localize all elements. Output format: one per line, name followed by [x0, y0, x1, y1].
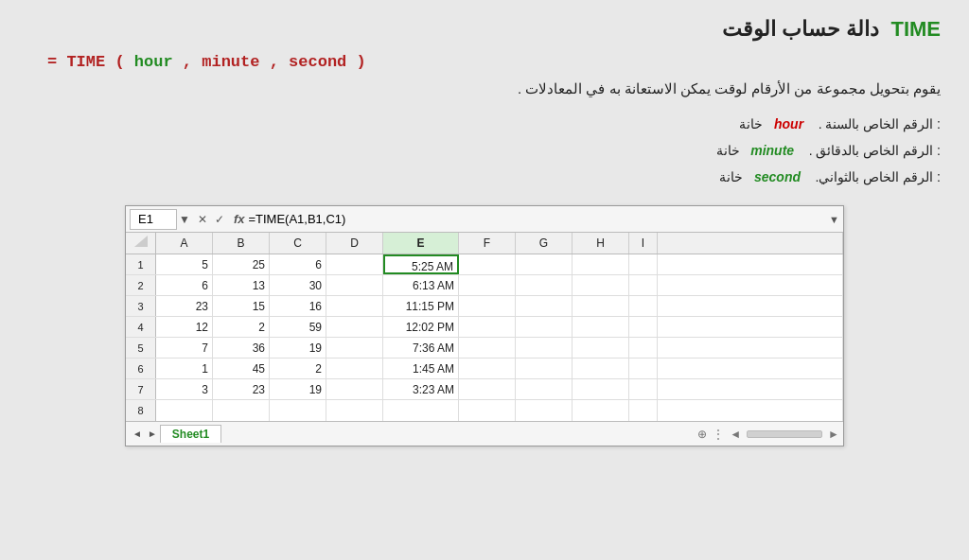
col-header-a[interactable]: A	[156, 233, 213, 254]
dropdown-icon[interactable]: ▼	[177, 213, 192, 226]
horizontal-scrollbar[interactable]	[747, 430, 822, 438]
cell-a4[interactable]: 12	[156, 317, 213, 337]
cell-h5[interactable]	[573, 338, 629, 358]
scroll-left-icon[interactable]: ◄	[730, 428, 741, 441]
nav-next-btn[interactable]: ►	[145, 429, 160, 439]
cell-h4[interactable]	[573, 317, 629, 337]
cell-a1[interactable]: 5	[156, 254, 213, 274]
cell-e2[interactable]: 6:13 AM	[383, 275, 459, 295]
cell-c1[interactable]: 6	[270, 254, 326, 274]
col-header-h[interactable]: H	[573, 233, 629, 254]
formula-input[interactable]	[248, 212, 825, 226]
cell-c2[interactable]: 30	[270, 275, 326, 295]
cell-h6[interactable]	[573, 359, 629, 378]
col-header-e[interactable]: E	[383, 233, 459, 254]
cell-i1[interactable]	[629, 254, 658, 274]
cell-h7[interactable]	[573, 379, 629, 399]
scroll-right-icon[interactable]: ►	[828, 428, 839, 441]
cell-h1[interactable]	[573, 254, 629, 274]
cell-f7[interactable]	[459, 379, 516, 399]
cell-f4[interactable]	[459, 317, 516, 337]
cell-f1[interactable]	[459, 254, 516, 274]
cell-e1[interactable]: 5:25 AM	[383, 254, 459, 274]
cell-ref[interactable]: E1	[130, 209, 177, 230]
cell-b6[interactable]: 45	[213, 359, 270, 378]
cell-b7[interactable]: 23	[213, 379, 270, 399]
cell-d3[interactable]	[326, 296, 383, 316]
cell-e4[interactable]: 12:02 PM	[383, 317, 459, 337]
cell-i8[interactable]	[629, 400, 658, 421]
cell-g2[interactable]	[516, 275, 573, 295]
cell-e5[interactable]: 7:36 AM	[383, 338, 459, 358]
cell-a3[interactable]: 23	[156, 296, 213, 316]
cell-c6[interactable]: 2	[270, 359, 326, 378]
cell-b3[interactable]: 15	[213, 296, 270, 316]
cell-b8[interactable]	[213, 400, 270, 421]
col-header-c[interactable]: C	[270, 233, 326, 254]
add-sheet-icon[interactable]: ⊕	[697, 428, 707, 441]
cell-a2[interactable]: 6	[156, 275, 213, 295]
cell-c7[interactable]: 19	[270, 379, 326, 399]
cell-g7[interactable]	[516, 379, 573, 399]
cell-h8[interactable]	[573, 400, 629, 421]
cell-g8[interactable]	[516, 400, 573, 421]
cell-f2[interactable]	[459, 275, 516, 295]
cell-f5[interactable]	[459, 338, 516, 358]
cell-h2[interactable]	[573, 275, 629, 295]
table-row: 3 23 15 16 11:15 PM	[126, 296, 843, 317]
cell-g1[interactable]	[516, 254, 573, 274]
cell-b2[interactable]: 13	[213, 275, 270, 295]
cell-d2[interactable]	[326, 275, 383, 295]
col-header-d[interactable]: D	[326, 233, 383, 254]
cell-f8[interactable]	[459, 400, 516, 421]
col-header-b[interactable]: B	[213, 233, 270, 254]
cell-a5[interactable]: 7	[156, 338, 213, 358]
cell-e3[interactable]: 11:15 PM	[383, 296, 459, 316]
cell-b5[interactable]: 36	[213, 338, 270, 358]
cell-d7[interactable]	[326, 379, 383, 399]
cell-a6[interactable]: 1	[156, 359, 213, 378]
param-hour-desc: : الرقم الخاص بالسنة .	[819, 116, 941, 131]
cell-d8[interactable]	[326, 400, 383, 421]
cell-h3[interactable]	[573, 296, 629, 316]
table-row: 2 6 13 30 6:13 AM	[126, 275, 843, 296]
cell-e6[interactable]: 1:45 AM	[383, 359, 459, 378]
confirm-icon[interactable]: ✓	[213, 213, 226, 226]
cancel-icon[interactable]: ✕	[196, 213, 209, 226]
cell-c5[interactable]: 19	[270, 338, 326, 358]
cell-g3[interactable]	[516, 296, 573, 316]
sheet-tab[interactable]: Sheet1	[160, 425, 221, 443]
cell-i2[interactable]	[629, 275, 658, 295]
cell-f6[interactable]	[459, 359, 516, 378]
cell-a8[interactable]	[156, 400, 213, 421]
cell-d5[interactable]	[326, 338, 383, 358]
cell-a7[interactable]: 3	[156, 379, 213, 399]
nav-prev-btn[interactable]: ◄	[130, 429, 145, 439]
cell-i6[interactable]	[629, 359, 658, 378]
more-options-icon[interactable]: ⋮	[713, 428, 724, 441]
cell-c4[interactable]: 59	[270, 317, 326, 337]
cell-b4[interactable]: 2	[213, 317, 270, 337]
cell-d4[interactable]	[326, 317, 383, 337]
cell-d1[interactable]	[326, 254, 383, 274]
table-row: 8	[126, 400, 843, 421]
cell-i5[interactable]	[629, 338, 658, 358]
cell-g6[interactable]	[516, 359, 573, 378]
formula-end-dropdown[interactable]: ▼	[829, 214, 839, 225]
cell-c8[interactable]	[270, 400, 326, 421]
cell-e7[interactable]: 3:23 AM	[383, 379, 459, 399]
cell-d6[interactable]	[326, 359, 383, 378]
syntax-prefix: = TIME (	[47, 53, 134, 71]
cell-g5[interactable]	[516, 338, 573, 358]
cell-g4[interactable]	[516, 317, 573, 337]
col-header-g[interactable]: G	[516, 233, 573, 254]
cell-b1[interactable]: 25	[213, 254, 270, 274]
cell-i4[interactable]	[629, 317, 658, 337]
cell-e8[interactable]	[383, 400, 459, 421]
cell-f3[interactable]	[459, 296, 516, 316]
cell-i7[interactable]	[629, 379, 658, 399]
col-header-i[interactable]: I	[629, 233, 658, 254]
col-header-f[interactable]: F	[459, 233, 516, 254]
cell-c3[interactable]: 16	[270, 296, 326, 316]
cell-i3[interactable]	[629, 296, 658, 316]
